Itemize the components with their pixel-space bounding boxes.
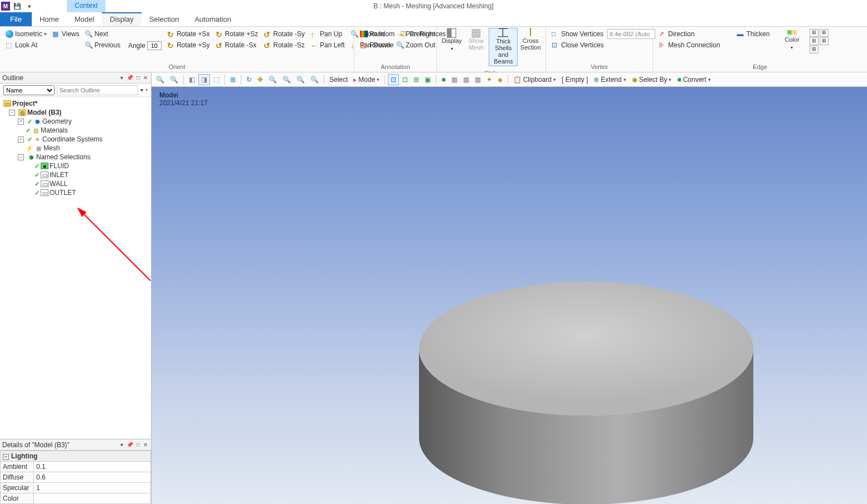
sel-vert-icon[interactable]: ⊡ [400,75,410,85]
tree-wall[interactable]: ✓▭WALL [1,179,150,188]
zoom-icon[interactable]: 🔍 [168,75,181,85]
menu-selection[interactable]: Selection [142,12,187,26]
panel-close-icon[interactable]: ✕ [142,75,149,81]
panel-pin-icon[interactable]: 📌 [125,75,134,81]
edge-small-icon[interactable]: ⊞ [820,37,829,45]
isometric-button[interactable]: Isometric [3,29,49,39]
panel-dropdown-icon[interactable]: ▾ [119,442,124,448]
zoom-fit-icon[interactable]: 🔍 [154,75,167,85]
edge-small-icon[interactable]: ⊞ [810,37,819,45]
select-by-button[interactable]: ◉Select By [630,75,674,85]
menu-file[interactable]: File [0,12,32,26]
table-row[interactable]: Color [1,493,151,504]
zoom-fit-icon[interactable]: 🔍 [308,75,321,85]
extend-button[interactable]: ⊕Extend [591,75,628,85]
sel-misc2-icon[interactable]: ◈ [495,75,505,85]
sel-box-icon[interactable]: ⊡ [388,74,399,85]
cross-section-button[interactable]: ⅠCross Section [519,28,542,52]
sel-edge-icon[interactable]: ⊞ [411,75,421,85]
sel-elem-icon[interactable]: ▦ [461,75,471,85]
sel-node-icon[interactable]: ▦ [449,75,460,85]
convert-button[interactable]: ■Convert [675,75,713,85]
sel-body-icon[interactable]: ■ [439,75,447,85]
zoom-box-icon[interactable]: 🔍 [294,75,307,85]
tree-geometry[interactable]: +✓⬣Geometry [1,117,150,126]
expand-icon[interactable]: + [18,136,24,143]
vertex-value-input[interactable] [607,29,655,39]
menu-display[interactable]: Display [102,12,142,26]
cube-shade-icon[interactable]: ◨ [198,74,210,85]
zoom-out-icon[interactable]: 🔍 [280,75,293,85]
tree-materials[interactable]: ✓▧Materials [1,126,150,135]
display-big-button[interactable]: ◧Display▾ [440,28,464,53]
tree-coord[interactable]: +✓✳Coordinate Systems [1,135,150,144]
show-vertices-button[interactable]: □Show Vertices [549,29,606,39]
pan-up-button[interactable]: ↑Pan Up [308,29,347,39]
collapse-icon[interactable]: − [18,154,24,160]
rotate-psz-button[interactable]: ↻Rotate +Sz [213,29,261,39]
next-button[interactable]: 🔍Next [82,29,123,39]
tree-model[interactable]: −◎Model (B3) [1,108,150,117]
tree-inlet[interactable]: ✓▭INLET [1,170,150,179]
previous-button[interactable]: 🔍Previous [82,40,123,50]
collapse-icon[interactable]: − [9,110,15,116]
explode-icon[interactable]: ⊞ [228,75,238,85]
table-row[interactable]: Ambient0.1 [1,462,151,472]
rescale-button[interactable]: ▥Rescale [358,40,397,50]
collapse-icon[interactable]: − [3,454,9,460]
pan-left-button[interactable]: ←Pan Left [308,40,347,50]
save-icon[interactable]: 💾 [12,1,22,11]
rotate-icon[interactable]: ↻ [244,75,254,85]
sel-elface-icon[interactable]: ▦ [473,75,483,85]
pan-icon[interactable]: ✥ [255,75,265,85]
panel-close-icon[interactable]: ✕ [142,442,149,448]
canvas-3d[interactable]: Model 2021/4/21 21:17 [152,87,867,504]
tree-fluid[interactable]: ✓■FLUID [1,162,150,170]
rotate-psx-button[interactable]: ↻Rotate +Sx [165,29,212,39]
tree-named-sel[interactable]: −⬢Named Selections [1,153,150,162]
thicken-button[interactable]: ▬Thicken [734,29,772,39]
search-dropdown-icon[interactable]: ▾ [140,87,143,93]
panel-max-icon[interactable]: □ [135,442,141,448]
edge-small-icon[interactable]: ⊞ [820,29,829,37]
rotate-psy-button[interactable]: ↻Rotate +Sy [165,40,212,50]
panel-pin-icon[interactable]: 📌 [125,442,134,448]
sel-face-icon[interactable]: ▣ [422,75,433,85]
menu-model[interactable]: Model [67,12,102,26]
rotate-nsz-button[interactable]: ↺Rotate -Sz [261,40,307,50]
close-vertices-button[interactable]: ⊡Close Vertices [549,40,606,50]
expand-icon[interactable]: + [18,119,24,125]
table-row[interactable]: Diffuse0.6 [1,472,151,483]
show-mesh-button[interactable]: ▦Show Mesh [465,28,488,52]
mesh-connection-button[interactable]: ⊪Mesh Connection [656,40,722,50]
wireframe-icon[interactable]: ⬚ [211,75,222,85]
rotate-nsx-button[interactable]: ↺Rotate -Sx [213,40,261,50]
angle-input[interactable] [147,41,162,50]
views-button[interactable]: ▦Views [50,29,82,39]
cube-icon[interactable]: ◧ [187,75,197,85]
tree-mesh[interactable]: ⚡▦Mesh [1,144,150,153]
thick-shells-button[interactable]: 工Thick Shells and Beams [489,28,518,66]
panel-max-icon[interactable]: □ [135,75,141,81]
context-tab[interactable]: Context [67,0,105,12]
clipboard-button[interactable]: 📋Clipboard [511,75,558,85]
mode-button[interactable]: ▸Mode [351,75,382,85]
table-row[interactable]: Specular1 [1,483,151,493]
direction-button[interactable]: ↗Direction [656,29,722,39]
color-button[interactable]: Color▾ [778,29,805,52]
edge-small-icon[interactable]: ⊞ [810,29,819,37]
random-button[interactable]: Random [358,29,397,39]
sel-misc-icon[interactable]: ✦ [484,75,494,85]
panel-dropdown-icon[interactable]: ▾ [119,75,124,81]
qa-dropdown-icon[interactable]: ▾ [25,1,35,11]
tree-outlet[interactable]: ✓▭OUTLET [1,188,150,197]
look-at-button[interactable]: ⬚Look At [3,40,49,50]
rotate-nsy-button[interactable]: ↺Rotate -Sy [261,29,307,39]
chevron-icon[interactable]: • [145,87,148,93]
outline-search-input[interactable] [57,85,138,95]
outline-filter-select[interactable]: Name [3,85,55,95]
edge-small-icon[interactable]: ⊞ [810,46,819,53]
menu-automation[interactable]: Automation [187,12,239,26]
zoom-in-icon[interactable]: 🔍 [266,75,279,85]
tree-project[interactable]: ▭Project* [1,99,150,108]
